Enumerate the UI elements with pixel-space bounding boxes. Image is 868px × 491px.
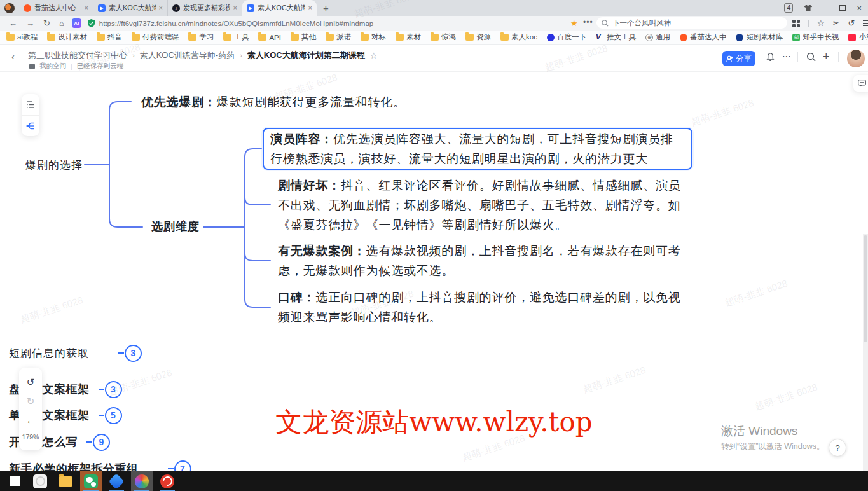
mindmap-node-reputation[interactable]: 口碑：选正向口碑的剧，上抖音搜剧的评价，避免选口碑差的剧，以免视频迎来骂声影响心… [278,287,682,327]
mindmap-view-icon [26,122,35,130]
mindmap-view-button[interactable] [22,115,39,137]
back-to-root-icon[interactable]: ← [26,415,36,425]
undo-icon[interactable]: ↺ [27,377,35,387]
mindmap-connectors [0,0,868,471]
comment-icon [858,80,866,87]
screen: 番茄达人中心 × 素人KOC大航海计划第二期课程 × ♪ 发现更多精彩视频 - … [0,0,868,491]
taskbar-quark-browser[interactable] [106,471,127,491]
windows-taskbar [0,471,868,491]
mindmap-node-dimension[interactable]: 选剧维度 [151,219,200,234]
color-wheel-app-icon [135,474,149,488]
taskbar-red-app[interactable] [156,471,178,491]
start-button[interactable] [4,471,25,491]
scrollbar-thumb[interactable] [864,235,867,342]
help-button[interactable]: ? [829,439,846,457]
zoom-level[interactable]: 179% [22,434,39,441]
activate-windows-notice: 激活 Windows 转到“设置”以激活 Windows。 [721,423,825,452]
mindmap-root-node[interactable]: 爆剧的选择 [25,158,83,172]
windows-logo-icon [10,476,20,486]
mindmap-node-cast-selected[interactable]: 演员阵容：优先选演员阵容强大、流量大的短剧，可上抖音搜短剧演员排行榜熟悉演员，演… [263,128,692,170]
outline-view-button[interactable] [22,94,39,115]
mindmap-node-priority[interactable]: 优先选爆剧：爆款短剧能获得更多流量和转化。 [141,92,406,112]
canvas-toolbar: ↺ ↻ ← 179% [19,368,42,450]
mindmap-node-plot[interactable]: 剧情好坏：抖音、红果评论区看评价。好剧情故事细腻、情感细腻、演员不出戏、无狗血剧… [278,176,682,235]
view-switch-panel [22,94,39,136]
taskbar-app-white[interactable] [29,471,51,491]
white-app-icon [33,474,47,488]
outline-list-icon [27,101,35,108]
mindmap-node-hit-cases[interactable]: 有无爆款案例：选有爆款视频的剧，上抖音搜剧名，若有爆款存在则可考虑，无爆款则作为… [278,241,682,280]
comment-button[interactable] [853,75,868,92]
redo-icon[interactable]: ↻ [27,396,35,406]
taskbar-file-explorer[interactable] [55,471,76,491]
file-explorer-icon [59,476,72,487]
wechat-icon [84,474,98,488]
red-circle-app-icon [160,474,174,488]
taskbar-color-app[interactable] [131,471,153,491]
taskbar-wechat[interactable] [80,471,102,491]
quark-browser-icon [108,473,124,489]
